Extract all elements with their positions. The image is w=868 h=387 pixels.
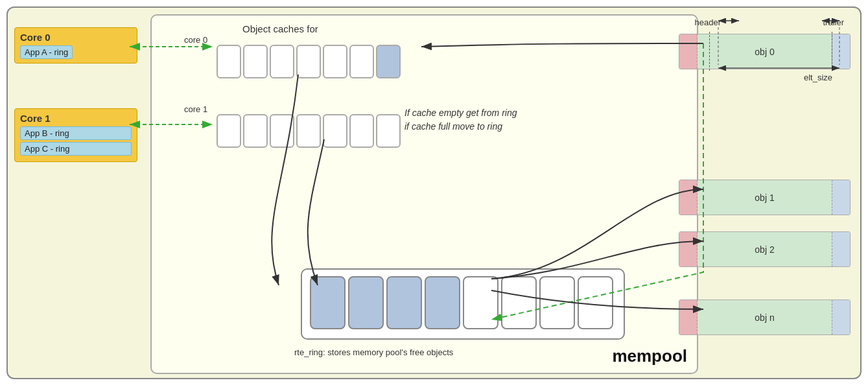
obj2-header	[679, 232, 698, 266]
obj2-label: obj 2	[698, 232, 832, 266]
obj0-box: obj 0	[679, 34, 850, 69]
obj0-trailer	[832, 34, 850, 69]
core0-cache-label: core 0	[184, 34, 207, 45]
elt-size-label: elt_size	[804, 73, 832, 82]
core0-title: Core 0	[20, 32, 132, 43]
cache-cell-1-5	[349, 114, 374, 148]
core1-cache-cells	[217, 114, 401, 148]
core1-box: Core 1 App B - ring App C - ring	[14, 108, 137, 162]
core0-cache-cells	[217, 45, 401, 78]
cache-cell-0-6	[376, 45, 401, 78]
obj1-trailer	[832, 180, 850, 215]
rte-cell-4	[463, 276, 499, 329]
rte-ring-box	[301, 268, 625, 340]
rte-cell-2	[386, 276, 422, 329]
cache-cell-1-1	[243, 114, 268, 148]
cache-cell-1-2	[270, 114, 294, 148]
cache-cell-0-3	[296, 45, 321, 78]
cache-text: If cache empty get from ring if cache fu…	[405, 106, 517, 134]
obj1-header	[679, 180, 698, 215]
cache-cell-1-0	[217, 114, 241, 148]
core0-ring-badge: App A - ring	[20, 45, 73, 59]
obj1-label: obj 1	[698, 180, 832, 215]
obj1-box: obj 1	[679, 180, 850, 215]
cache-cell-0-1	[243, 45, 268, 78]
cache-cell-0-4	[323, 45, 347, 78]
objn-box: obj n	[679, 299, 850, 335]
objn-header	[679, 300, 698, 334]
rte-cell-0	[310, 276, 346, 329]
cache-cell-0-0	[217, 45, 241, 78]
cache-cell-1-3	[296, 114, 321, 148]
main-diagram-container: Core 0 App A - ring Core 1 App B - ring …	[6, 6, 862, 379]
objn-label: obj n	[698, 300, 832, 334]
objn-trailer	[832, 300, 850, 334]
core1-cache-label: core 1	[184, 103, 207, 115]
rte-ring-label: rte_ring: stores memory pool's free obje…	[294, 347, 453, 357]
core1-ring-badge-c: App C - ring	[20, 142, 132, 156]
core1-title: Core 1	[20, 113, 132, 124]
yellow-area: Object caches for core 0 core 1	[150, 14, 698, 374]
obj0-header	[679, 34, 698, 69]
trailer-label: trailer	[823, 18, 844, 27]
core1-ring-badge-b: App B - ring	[20, 126, 132, 140]
obj0-label: obj 0	[698, 34, 832, 69]
rte-cell-7	[578, 276, 613, 329]
header-dashed-left	[709, 32, 710, 71]
cache-cell-1-6	[376, 114, 401, 148]
obj2-trailer	[832, 232, 850, 266]
rte-cell-1	[348, 276, 384, 329]
header-label: header	[695, 18, 721, 27]
rte-cell-5	[501, 276, 537, 329]
obj2-box: obj 2	[679, 231, 850, 267]
trailer-dashed-right	[832, 32, 832, 71]
cache-cell-0-5	[349, 45, 374, 78]
cache-cell-0-2	[270, 45, 294, 78]
core0-box: Core 0 App A - ring	[14, 27, 137, 64]
obj-caches-label: Object caches for	[242, 23, 318, 34]
mempool-label: mempool	[612, 346, 687, 366]
cache-cell-1-4	[323, 114, 347, 148]
rte-cell-3	[425, 276, 460, 329]
rte-cell-6	[539, 276, 575, 329]
